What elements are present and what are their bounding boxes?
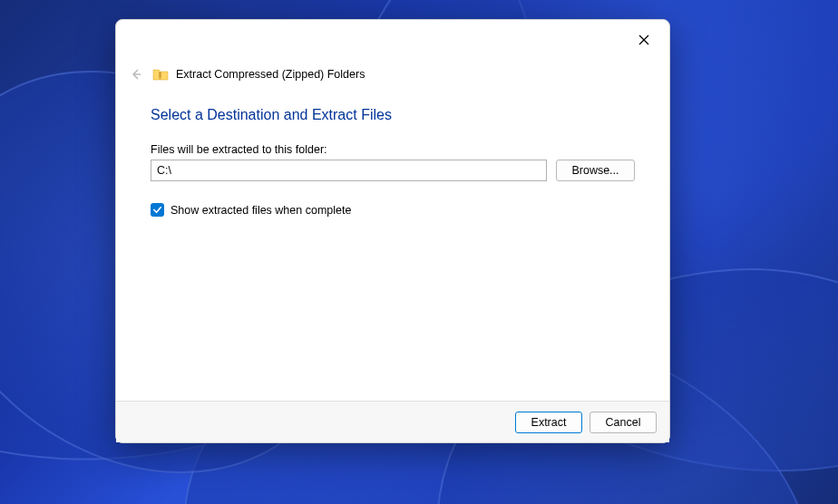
show-files-checkbox[interactable] — [151, 203, 164, 217]
dialog-footer: Extract Cancel — [116, 401, 669, 442]
extract-button[interactable]: Extract — [515, 412, 582, 433]
content-heading: Select a Destination and Extract Files — [151, 107, 635, 123]
titlebar — [116, 20, 669, 62]
browse-button[interactable]: Browse... — [556, 160, 635, 181]
extract-dialog: Extract Compressed (Zipped) Folders Sele… — [115, 19, 670, 443]
dialog-content: Select a Destination and Extract Files F… — [116, 87, 669, 401]
show-files-checkbox-row: Show extracted files when complete — [151, 203, 635, 217]
back-arrow-icon — [129, 67, 143, 82]
path-row: Browse... — [151, 160, 635, 181]
close-button[interactable] — [626, 27, 662, 53]
cancel-button[interactable]: Cancel — [590, 412, 657, 433]
svg-rect-6 — [160, 76, 161, 77]
show-files-checkbox-label[interactable]: Show extracted files when complete — [171, 204, 351, 217]
svg-rect-5 — [160, 74, 161, 75]
back-button[interactable] — [127, 65, 145, 83]
destination-path-input[interactable] — [151, 160, 547, 181]
svg-rect-4 — [160, 73, 161, 73]
path-label: Files will be extracted to this folder: — [151, 143, 635, 156]
checkmark-icon — [152, 205, 162, 215]
dialog-title: Extract Compressed (Zipped) Folders — [176, 68, 365, 81]
close-icon — [638, 34, 649, 45]
dialog-header: Extract Compressed (Zipped) Folders — [116, 62, 669, 87]
zipped-folder-icon — [152, 66, 169, 82]
